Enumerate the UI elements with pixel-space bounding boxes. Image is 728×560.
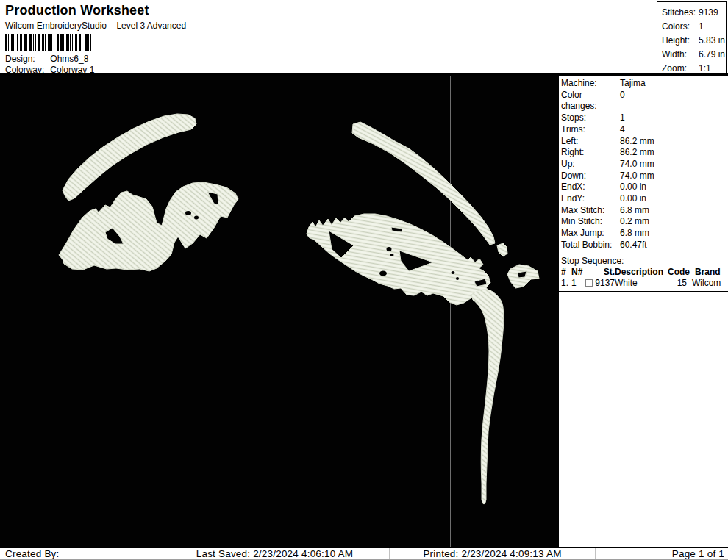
stat-label: Zoom: <box>662 62 699 76</box>
machine-info-row: Down: 74.0 mm <box>561 170 728 182</box>
stat-label: Colors: <box>662 20 699 34</box>
worksheet-footer: Created By: Last Saved: 2/23/2024 4:06:1… <box>0 547 728 560</box>
machine-info-value: 74.0 mm <box>620 159 654 170</box>
column-header-description: Description <box>615 267 663 278</box>
stat-row: Height: 5.83 in <box>662 34 726 48</box>
colorway-label: Colorway: <box>5 65 48 75</box>
machine-info-row: Right: 86.2 mm <box>561 147 728 159</box>
machine-info-label: EndY: <box>561 193 620 205</box>
colorway-row: Colorway: Colorway 1 <box>5 65 94 75</box>
machine-info-value: Tajima <box>620 78 646 90</box>
row-thread-description: White <box>615 278 660 289</box>
barcode-icon <box>5 34 92 51</box>
stat-value: 9139 <box>699 6 718 20</box>
page-title: Production Worksheet <box>5 3 149 18</box>
row-needle: 1 <box>571 278 581 289</box>
worksheet-header: Production Worksheet Wilcom EmbroiderySt… <box>0 0 728 76</box>
column-header-num: # <box>561 267 571 278</box>
row-thread-code: 15 <box>660 278 687 289</box>
thread-checkbox <box>585 279 593 287</box>
stat-row: Width: 6.79 in <box>662 48 726 62</box>
right-eye-stitch <box>307 214 490 305</box>
eye-drip-stitch <box>471 290 504 504</box>
machine-info-value: 74.0 mm <box>620 170 654 182</box>
stat-value: 1 <box>699 20 704 34</box>
stitch-preview-canvas <box>0 76 559 547</box>
machine-info-value: 0 <box>620 90 625 112</box>
machine-info-row: Max Stitch: 6.8 mm <box>561 205 728 217</box>
machine-info-label: Left: <box>561 136 620 148</box>
right-eye-hole-dot <box>379 271 387 276</box>
stat-label: Height: <box>662 34 699 48</box>
page-number: Page 1 of 1 <box>596 548 728 559</box>
row-stitch-count: 9137 <box>595 278 615 289</box>
last-saved-timestamp: Last Saved: 2/23/2024 4:06:10 AM <box>160 548 390 559</box>
machine-info-row: Trims: 4 <box>561 124 728 136</box>
created-by-label: Created By: <box>0 548 160 559</box>
machine-info-label: Max Jump: <box>561 228 620 240</box>
machine-info-row: Total Bobbin: 60.47ft <box>561 240 728 251</box>
left-eye-stitch <box>59 182 238 271</box>
printed-timestamp: Printed: 2/23/2024 4:09:13 AM <box>390 548 596 559</box>
machine-info-row: EndY: 0.00 in <box>561 193 728 205</box>
stat-label: Stitches: <box>662 6 699 20</box>
machine-info-row: Max Jump: 6.8 mm <box>561 228 728 240</box>
design-stats-box: Stitches: 9139 Colors: 1 Height: 5.83 in… <box>657 1 727 74</box>
machine-info-row: Up: 74.0 mm <box>561 159 728 170</box>
machine-info-row: Left: 86.2 mm <box>561 136 728 148</box>
stat-row: Stitches: 9139 <box>662 6 726 20</box>
stop-sequence-header-row: # N# St. Description Code Brand <box>559 267 728 278</box>
machine-info-value: 1 <box>620 112 625 124</box>
machine-info-label: Min Stitch: <box>561 216 620 228</box>
stat-value: 5.83 in <box>699 34 725 48</box>
design-value: Ohms6_8 <box>50 54 88 64</box>
production-worksheet-page: Production Worksheet Wilcom EmbroiderySt… <box>0 0 728 560</box>
machine-info-row: Stops: 1 <box>561 112 728 124</box>
right-eye-hole-dot <box>456 277 459 280</box>
machine-info-value: 4 <box>620 124 625 136</box>
machine-info-row: Min Stitch: 0.2 mm <box>561 216 728 228</box>
machine-info-value: 86.2 mm <box>620 147 654 159</box>
machine-info-label: Trims: <box>561 124 620 136</box>
machine-info-label: Stops: <box>561 112 620 124</box>
machine-info-label: Machine: <box>561 78 620 90</box>
colorway-value: Colorway 1 <box>50 65 94 75</box>
machine-info-row: Machine: Tajima <box>561 78 728 90</box>
column-header-stitches: St. <box>581 267 615 278</box>
panel-divider-bottom <box>559 291 728 292</box>
right-eye-hole-dot <box>387 247 392 251</box>
machine-info-value: 0.00 in <box>620 182 646 193</box>
left-eyebrow-stitch <box>63 114 196 201</box>
machine-info-label: Color changes: <box>561 90 620 112</box>
machine-info-list: Machine: Tajima Color changes: 0 Stops: … <box>559 76 728 251</box>
software-subtitle: Wilcom EmbroideryStudio – Level 3 Advanc… <box>5 21 186 31</box>
row-num: 1. <box>561 278 571 289</box>
stat-label: Width: <box>662 48 699 62</box>
left-eye-hole-dot <box>194 216 199 220</box>
stat-row: Colors: 1 <box>662 20 726 34</box>
machine-info-label: Right: <box>561 147 620 159</box>
machine-info-value: 86.2 mm <box>620 136 654 148</box>
machine-info-value: 0.00 in <box>620 193 646 205</box>
column-header-brand: Brand <box>690 267 728 278</box>
machine-info-value: 6.8 mm <box>620 228 649 240</box>
worksheet-body: Machine: Tajima Color changes: 0 Stops: … <box>0 76 728 547</box>
left-eye-hole-dot <box>185 211 191 215</box>
machine-info-label: Total Bobbin: <box>561 240 620 251</box>
embroidery-design <box>0 76 559 547</box>
machine-info-label: Max Stitch: <box>561 205 620 217</box>
column-header-code: Code <box>663 267 690 278</box>
machine-info-value: 6.8 mm <box>620 205 649 217</box>
machine-info-value: 60.47ft <box>620 240 647 251</box>
machine-info-label: Down: <box>561 170 620 182</box>
right-eyebrow-tip-stitch <box>497 243 507 256</box>
design-name-row: Design: Ohms6_8 <box>5 54 88 64</box>
design-label: Design: <box>5 54 48 64</box>
row-stitch-cell: 9137 <box>581 278 615 289</box>
stat-value: 1:1 <box>699 62 711 76</box>
machine-info-row: EndX: 0.00 in <box>561 182 728 193</box>
machine-info-label: Up: <box>561 159 620 170</box>
column-header-needle: N# <box>571 267 581 278</box>
right-eye-wing-stitch <box>507 265 539 288</box>
machine-info-value: 0.2 mm <box>620 216 649 228</box>
